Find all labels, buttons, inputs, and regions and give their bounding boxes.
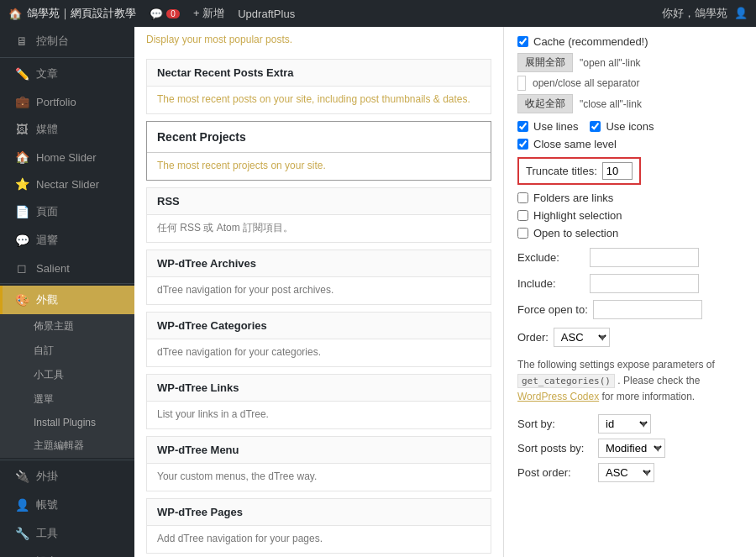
- widget-item-nectar-recent-posts-extra[interactable]: Nectar Recent Posts Extra The most recen…: [146, 59, 491, 114]
- appearance-icon: 🎨: [14, 293, 29, 307]
- sidebar-label-home-slider: Home Slider: [36, 151, 97, 164]
- widget-title-wp-dtree-categories: WP-dTree Categories: [147, 313, 491, 339]
- truncate-titles-row: Truncate titles:: [517, 157, 641, 185]
- open-to-selection-row: Open to selection: [517, 227, 743, 239]
- widget-list-column: Display your most popular posts. Nectar …: [134, 27, 504, 557]
- sidebar-item-home-slider[interactable]: 🏠 Home Slider: [0, 144, 134, 171]
- wp-layout: 🖥 控制台 ✏️ 文章 💼 Portfolio 🖼 媒體 🏠 Home Slid…: [0, 27, 756, 557]
- admin-bar-site[interactable]: 🏠 鴿學苑｜網頁設計教學: [8, 6, 136, 21]
- use-icons-checkbox[interactable]: [590, 121, 601, 132]
- widget-item-recent-projects[interactable]: Recent Projects The most recent projects…: [146, 121, 491, 181]
- widget-title-recent-projects: Recent Projects: [147, 122, 491, 153]
- sidebar-item-tools[interactable]: 🔧 工具: [0, 519, 134, 548]
- sidebar-item-settings[interactable]: ⚙ 設定: [0, 548, 134, 557]
- order-select[interactable]: ASC DESC: [554, 328, 610, 347]
- use-lines-checkbox[interactable]: [517, 121, 528, 132]
- sidebar-item-comments[interactable]: 💬 迴響: [0, 226, 134, 255]
- widget-desc-wp-dtree-pages: Add dTree navigation for your pages.: [147, 526, 491, 553]
- sort-posts-by-select[interactable]: Modified Date Title: [598, 439, 665, 458]
- widget-item-wp-dtree-links[interactable]: WP-dTree Links List your links in a dTre…: [146, 374, 491, 429]
- admin-bar-updraftplus[interactable]: UpdraftPlus: [238, 8, 295, 20]
- comment-icon: 💬: [150, 8, 163, 20]
- sidebar-item-appearance[interactable]: 🎨 外觀: [0, 286, 134, 314]
- close-same-level-checkbox[interactable]: [517, 139, 528, 150]
- user-icon: 👤: [734, 7, 748, 19]
- highlight-selection-checkbox[interactable]: [517, 210, 528, 221]
- admin-bar-comments[interactable]: 💬 0: [150, 8, 180, 20]
- widget-desc-wp-dtree-menu: Your custom menus, the dTree way.: [147, 464, 491, 491]
- sidebar-label-appearance: 外觀: [36, 292, 58, 307]
- widget-item-wp-dtree-menu[interactable]: WP-dTree Menu Your custom menus, the dTr…: [146, 436, 491, 491]
- nectar-slider-icon: ⭐: [14, 177, 29, 191]
- cache-row: Cache (recommended!): [517, 35, 743, 48]
- sidebar-label-posts: 文章: [36, 66, 58, 81]
- sidebar-subitem-widgets[interactable]: 小工具: [0, 363, 134, 387]
- use-lines-icons-row: Use lines Use icons: [517, 120, 743, 133]
- post-order-select[interactable]: ASC DESC: [598, 463, 654, 482]
- widget-item-wp-dtree-pages[interactable]: WP-dTree Pages Add dTree navigation for …: [146, 498, 491, 554]
- cache-checkbox[interactable]: [517, 36, 528, 47]
- force-open-input[interactable]: [593, 300, 702, 319]
- accounts-icon: 👤: [14, 498, 29, 512]
- sidebar-subitem-install-plugins[interactable]: Install Plugins: [0, 412, 134, 434]
- sidebar-item-accounts[interactable]: 👤 帳號: [0, 491, 134, 519]
- sidebar-label-dashboard: 控制台: [36, 34, 69, 49]
- settings-column: Cache (recommended!) 展開全部 "open all"-lin…: [504, 27, 756, 557]
- admin-bar: 🏠 鴿學苑｜網頁設計教學 💬 0 + 新增 UpdraftPlus 你好，鴿學苑…: [0, 0, 756, 27]
- close-same-level-row: Close same level: [517, 138, 743, 150]
- widget-desc-wp-dtree-links: List your links in a dTree.: [147, 402, 491, 428]
- highlight-selection-label: Highlight selection: [533, 209, 622, 222]
- admin-bar-add-new[interactable]: + 新增: [193, 6, 224, 21]
- exclude-row: Exclude:: [517, 248, 743, 267]
- admin-bar-greeting[interactable]: 你好，鴿學苑 👤: [662, 6, 748, 21]
- widget-item-wp-dtree-archives[interactable]: WP-dTree Archives dTree navigation for y…: [146, 250, 491, 305]
- expand-all-button[interactable]: 展開全部: [517, 53, 573, 72]
- expand-all-row: 展開全部 "open all"-link: [517, 53, 743, 72]
- sidebar-item-media[interactable]: 🖼 媒體: [0, 115, 134, 144]
- exclude-input[interactable]: [590, 248, 699, 267]
- updraftplus-label: UpdraftPlus: [238, 8, 295, 20]
- sidebar-item-pages[interactable]: 📄 頁面: [0, 197, 134, 226]
- home-icon: 🏠: [8, 8, 22, 20]
- sidebar-subitem-themes[interactable]: 佈景主題: [0, 314, 134, 339]
- sort-by-select[interactable]: id name count slug: [598, 414, 651, 434]
- sidebar-item-salient[interactable]: ◻ Salient: [0, 255, 134, 281]
- info-text-after: for more information.: [602, 391, 696, 402]
- order-label: Order:: [517, 331, 549, 344]
- sidebar-item-dashboard[interactable]: 🖥 控制台: [0, 27, 134, 55]
- sidebar-item-plugins[interactable]: 🔌 外掛: [0, 462, 134, 491]
- separator-input[interactable]: [517, 76, 526, 91]
- sidebar-item-portfolio[interactable]: 💼 Portfolio: [0, 88, 134, 115]
- tools-icon: 🔧: [14, 527, 29, 540]
- use-lines-label: Use lines: [533, 120, 578, 133]
- sidebar-subitem-menus[interactable]: 選單: [0, 387, 134, 412]
- folders-links-checkbox[interactable]: [517, 192, 528, 203]
- media-icon: 🖼: [14, 123, 29, 136]
- include-input[interactable]: [590, 274, 699, 293]
- widget-title-wp-dtree-archives: WP-dTree Archives: [147, 250, 491, 277]
- sidebar-label-pages: 頁面: [36, 204, 58, 219]
- close-same-level-label: Close same level: [533, 138, 617, 150]
- use-icons-label: Use icons: [606, 120, 654, 133]
- folders-links-row: Folders are links: [517, 192, 743, 204]
- info-text-middle: . Please check the: [617, 375, 700, 386]
- truncate-titles-label: Truncate titles:: [526, 165, 597, 177]
- open-to-selection-checkbox[interactable]: [517, 228, 528, 239]
- sidebar-subitem-customize[interactable]: 自訂: [0, 339, 134, 363]
- collapse-all-button[interactable]: 收起全部: [517, 94, 573, 113]
- sidebar: 🖥 控制台 ✏️ 文章 💼 Portfolio 🖼 媒體 🏠 Home Slid…: [0, 27, 134, 557]
- pages-icon: 📄: [14, 205, 29, 218]
- open-to-selection-label: Open to selection: [533, 227, 618, 239]
- comments-icon: 💬: [14, 234, 29, 247]
- sidebar-subitem-theme-editor[interactable]: 主題編輯器: [0, 434, 134, 458]
- plugins-icon: 🔌: [14, 470, 29, 483]
- truncate-titles-input[interactable]: [602, 162, 633, 180]
- sidebar-item-nectar-slider[interactable]: ⭐ Nectar Slider: [0, 171, 134, 197]
- widget-item-wp-dtree-categories[interactable]: WP-dTree Categories dTree navigation for…: [146, 312, 491, 367]
- wordpress-codex-link[interactable]: WordPress Codex: [517, 391, 599, 402]
- sidebar-item-posts[interactable]: ✏️ 文章: [0, 60, 134, 88]
- post-order-label: Post order:: [517, 466, 593, 479]
- sidebar-label-media: 媒體: [36, 122, 58, 137]
- sidebar-label-nectar-slider: Nectar Slider: [36, 178, 99, 191]
- widget-item-rss[interactable]: RSS 任何 RSS 或 Atom 訂閱項目。: [146, 187, 491, 243]
